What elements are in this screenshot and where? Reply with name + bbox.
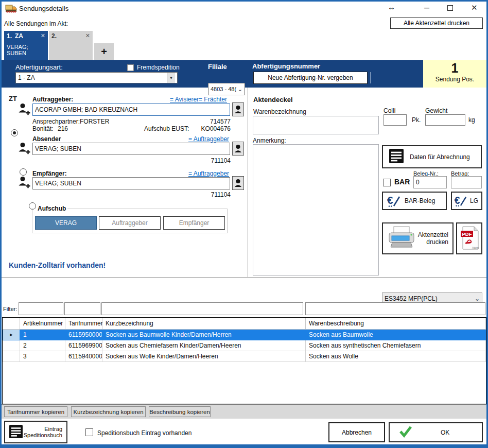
table-cell[interactable]: 3: [20, 351, 65, 361]
tab2-header: 2. ✕: [51, 32, 90, 40]
table-cell[interactable]: 61159400000: [65, 351, 102, 361]
gewicht-input[interactable]: [425, 114, 465, 126]
absender-input[interactable]: [32, 143, 230, 155]
printer-chevron-icon[interactable]: ⌄: [475, 295, 480, 302]
minimize-button[interactable]: –: [424, 2, 429, 13]
table-cell[interactable]: Socken aus synthetischen Chemiefasern: [306, 340, 486, 351]
bar-checkbox[interactable]: [383, 179, 391, 186]
shipment-tab-1[interactable]: 1. ZA ✕ VERAG; SUBEN: [4, 31, 48, 60]
absender-label: Absender: [32, 135, 61, 143]
speditionsbuch-checkbox[interactable]: [85, 428, 93, 436]
svg-text:€: €: [387, 194, 393, 206]
maximize-button[interactable]: [447, 5, 453, 11]
filiale-chevron-icon[interactable]: ⌄: [238, 86, 242, 93]
position-count-label: Sendung Pos.: [423, 76, 486, 83]
bar-beleg-button[interactable]: € BAR-Beleg: [382, 192, 447, 210]
table-row[interactable]: ►161159500000Socken aus Baumwolle Kinder…: [3, 329, 486, 340]
printer-select-value: ES3452 MFP(PCL): [385, 295, 438, 302]
table-row[interactable]: 361159400000Socken aus Wolle Kinder/Dame…: [3, 351, 486, 361]
close-button[interactable]: ✕: [471, 3, 478, 12]
check-icon: [399, 425, 412, 439]
aufschub-auftraggeber-button[interactable]: Auftraggeber: [99, 216, 161, 230]
shipment-tab-2[interactable]: 2. ✕: [49, 31, 93, 60]
table-cell[interactable]: 1: [20, 329, 65, 340]
abfertigungsart-select[interactable]: 1 - ZA ▾: [15, 72, 178, 83]
copy-tarifnummer-button[interactable]: Tarifnummer kopieren: [4, 406, 67, 417]
warenbezeichnung-textarea[interactable]: [253, 116, 379, 134]
auftraggeber-input[interactable]: [32, 104, 230, 116]
add-contact-icon-absender[interactable]: [18, 142, 31, 157]
list-icon: [9, 425, 23, 440]
resize-icon[interactable]: ↔: [388, 3, 395, 11]
ansprechpartner-label: Ansprechpartner:: [32, 118, 80, 125]
copy-kurzbezeichnung-button[interactable]: Kurzbezeichnung kopieren: [71, 406, 146, 417]
euro-receipt-icon: €: [454, 194, 467, 209]
eintrag-speditionsbuch-button[interactable]: Eintrag Speditionsbuch: [4, 421, 67, 443]
filter-input-kurzbezeichnung[interactable]: [101, 302, 303, 315]
aufschub-group-title: Aufschub: [36, 205, 67, 212]
table-cell[interactable]: Socken aus Wolle Kinder/Damen/Heeren: [102, 351, 306, 361]
anmerkung-textarea[interactable]: [253, 144, 379, 275]
fraechter-link[interactable]: = Frächter: [199, 96, 227, 103]
table-cell[interactable]: Socken aus Baumwolle Kinder/Damen/Herren: [102, 329, 306, 340]
auftraggeber-contact-button[interactable]: [232, 102, 244, 116]
aufschub-empfaenger-button[interactable]: Empfänger: [163, 216, 225, 230]
fremdspedition-checkbox[interactable]: [127, 64, 134, 71]
cancel-button[interactable]: Abbrechen: [328, 422, 385, 442]
bar-beleg-label: BAR-Beleg: [405, 197, 435, 204]
all-shipments-label: Alle Sendungen im Akt:: [4, 20, 68, 27]
daten-abrechnung-button[interactable]: Daten für Abrechnung: [382, 145, 482, 168]
aufschub-eust-label: Aufschub EUST:: [144, 125, 189, 132]
col-tarifnummer[interactable]: Tarifnummer: [65, 318, 102, 329]
filter-input-warenbeschreibung[interactable]: [305, 302, 485, 315]
add-contact-icon-empfaenger[interactable]: [18, 176, 31, 191]
dropdown-arrow-icon[interactable]: ▾: [167, 73, 175, 83]
pk-label: Pk.: [412, 116, 421, 124]
position-count: 1: [423, 60, 486, 76]
row-selector-cell[interactable]: [3, 351, 20, 361]
empfaenger-input[interactable]: [32, 177, 230, 189]
empfaenger-auftraggeber-link[interactable]: = Auftraggeber: [188, 170, 229, 177]
ok-label: OK: [441, 429, 449, 436]
betrag-input[interactable]: [451, 176, 482, 188]
colli-input[interactable]: [384, 114, 407, 126]
col-artikelnummer[interactable]: Artikelnummer: [20, 318, 65, 329]
table-cell[interactable]: Socken aus Wolle: [306, 351, 486, 361]
add-contact-icon-auftraggeber[interactable]: [18, 102, 31, 118]
aktenzettel-drucken-button[interactable]: Aktenzettel drucken: [382, 222, 454, 254]
table-cell[interactable]: 61159699000: [65, 340, 102, 351]
ok-button[interactable]: OK: [389, 422, 483, 442]
auftraggeber-radio[interactable]: [11, 129, 18, 136]
row-selector-cell[interactable]: ►: [3, 329, 20, 340]
table-row[interactable]: 261159699000Socken aus Chemiefasern Kind…: [3, 340, 486, 351]
absender-radio[interactable]: [20, 168, 27, 176]
absender-auftraggeber-link[interactable]: = Auftraggeber: [188, 135, 229, 143]
empfaenger-contact-button[interactable]: [232, 176, 244, 190]
filter-input-artikelnummer[interactable]: [19, 302, 63, 315]
filiale-select[interactable]: 4803 - 48( ⌄: [208, 83, 245, 95]
filter-input-tarifnummer[interactable]: [64, 302, 100, 315]
eintrag-line2: Speditionsbuch: [24, 432, 62, 438]
print-all-aktenzettel-button[interactable]: Alle Aktenzettel drucken: [390, 18, 483, 29]
new-abfertigung-number-button[interactable]: Neue Abfertigung-Nr. vergeben: [253, 72, 368, 84]
avisierer-link[interactable]: = Avisierer: [170, 96, 199, 103]
add-shipment-button[interactable]: +: [94, 43, 114, 60]
table-cell[interactable]: 2: [20, 340, 65, 351]
beleg-nr-input[interactable]: [413, 176, 447, 188]
aufschub-verag-button[interactable]: VERAG: [35, 216, 97, 230]
table-cell[interactable]: Socken aus Baumwolle: [306, 329, 486, 340]
aktenzettel-drucken-label: Aktenzettel drucken: [418, 231, 448, 246]
tab1-close-icon[interactable]: ✕: [41, 32, 45, 40]
ansprechpartner-value: FORSTER: [80, 118, 109, 125]
pdf-export-button[interactable]: PDF Adobe: [456, 222, 482, 254]
col-kurzbezeichnung[interactable]: Kurzbezeichnung: [102, 318, 306, 329]
table-cell[interactable]: 61159500000: [65, 329, 102, 340]
row-selector-cell[interactable]: [3, 340, 20, 351]
lg-button[interactable]: € LG: [451, 192, 482, 210]
col-warenbeschreibung[interactable]: Warenbeschreibung: [306, 318, 486, 329]
absender-contact-button[interactable]: [232, 142, 244, 156]
copy-beschreibung-button[interactable]: Beschreibung kopieren: [149, 406, 211, 417]
aktenzettel-line1: Aktenzettel: [418, 231, 448, 238]
table-cell[interactable]: Socken aus Chemiefasern Kinder/Damen/Hee…: [102, 340, 306, 351]
tab2-close-icon[interactable]: ✕: [85, 32, 90, 40]
